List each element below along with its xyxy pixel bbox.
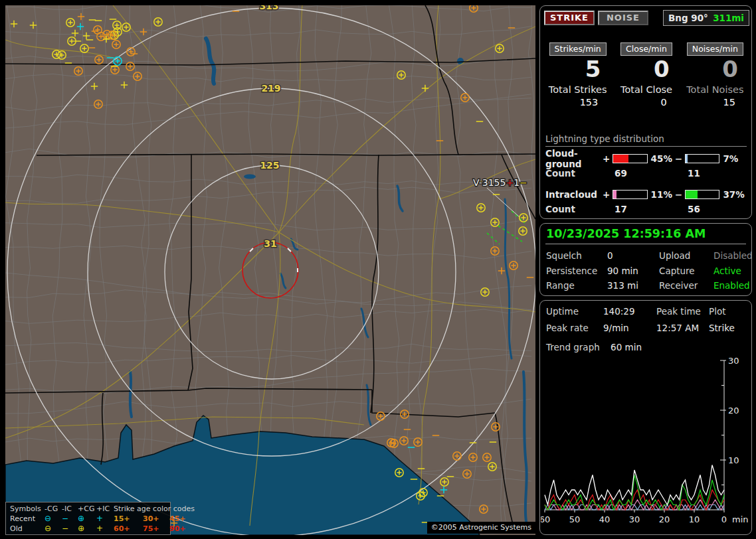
map-canvas[interactable]: 31321912531V-3155+1−	[5, 5, 535, 535]
ring-label: 31	[264, 238, 276, 249]
cg-positive-bar	[613, 154, 648, 163]
minus-sign: −	[674, 153, 682, 164]
storm-cell-label: V-3155+1−	[473, 177, 527, 188]
copyright-text: ©2005 Astrogenic Systems	[427, 522, 535, 534]
plus-icon: +	[96, 524, 114, 533]
squelch-label: Squelch	[546, 250, 607, 261]
circled-minus-icon: ⊖	[45, 514, 62, 523]
x-tick-label: 30	[629, 514, 640, 524]
age-code: 90+	[169, 524, 196, 533]
ic-negative-count: 56	[688, 204, 741, 216]
noises-per-min-chip: Noises/min	[687, 42, 743, 56]
minus-icon: −	[62, 524, 78, 533]
cloud-ground-counts: Count 69 11	[545, 168, 747, 180]
circled-plus-icon: ⊕	[78, 514, 96, 523]
strikes-per-min-chip: Strikes/min	[549, 42, 607, 56]
persistence-label: Persistence	[546, 266, 607, 276]
bearing-readout: Bng 90° 311mi	[663, 10, 749, 26]
minus-sign: −	[674, 189, 682, 200]
distribution-title: Lightning type distribution	[545, 133, 747, 147]
x-tick-label: 20	[659, 514, 670, 524]
ic-negative-bar	[685, 190, 720, 199]
minus-icon: −	[62, 514, 78, 523]
legend-col-nic: -IC	[62, 504, 78, 513]
age-code: 30+	[143, 514, 169, 523]
persistence-value: 90 min	[607, 266, 659, 276]
divider	[545, 244, 746, 244]
ic-negative-pct: 37%	[721, 189, 747, 200]
plus-sign: +	[602, 189, 610, 200]
cg-positive-count: 69	[614, 168, 688, 180]
legend-col-ncg: -CG	[45, 504, 62, 513]
cg-negative-count: 11	[688, 168, 741, 180]
legend-age-title: Strike age color codes	[114, 504, 196, 513]
ic-positive-bar	[613, 190, 648, 199]
strikes-per-min-value: 5	[585, 56, 612, 82]
uptime-grid: Uptime 140:29 Peak time Plot Peak rate 9…	[546, 306, 748, 333]
age-code: 60+	[114, 524, 143, 533]
ring-label: 219	[261, 83, 280, 94]
trend-graph-window: 60 min	[611, 342, 642, 352]
cg-negative-pct: 7%	[721, 153, 747, 164]
receiver-label: Receiver	[659, 280, 713, 291]
noises-per-min-value: 0	[722, 56, 749, 82]
y-tick-label: 30	[728, 356, 739, 366]
lightning-map[interactable]: 31321912531V-3155+1− Symbols -CG -IC +CG…	[5, 5, 535, 535]
noises-column: Noises/min 0 Total Noises 15	[682, 42, 749, 108]
ring-label: 125	[260, 160, 279, 171]
y-tick-label: 20	[728, 406, 739, 416]
intracloud-row: Intracloud + 11% − 37%	[545, 188, 747, 201]
total-close-label: Total Close	[620, 84, 672, 95]
legend-row: Recent⊖−⊕+15+30+45+	[10, 514, 167, 524]
close-per-min-chip: Close/min	[620, 42, 672, 56]
total-strikes-label: Total Strikes	[549, 84, 607, 95]
bearing-range-value: 311mi	[713, 13, 744, 23]
plus-icon: +	[96, 514, 114, 523]
uptime-value: 140:29	[603, 306, 656, 317]
datetime-display: 10/23/2025 12:59:16 AM	[546, 227, 706, 240]
plot-value: Strike	[709, 323, 748, 333]
x-tick-label: 40	[599, 514, 611, 524]
legend-row: Old⊖−⊕+60+75+90+	[10, 524, 167, 534]
uptime-label: Uptime	[546, 306, 603, 317]
status-panel: 10/23/2025 12:59:16 AM Squelch 0 Upload …	[539, 223, 752, 296]
x-axis-unit: min	[732, 514, 749, 524]
total-noises-label: Total Noises	[686, 84, 743, 95]
status-grid: Squelch 0 Upload Disabled Persistence 90…	[546, 250, 748, 291]
cg-negative-bar	[685, 154, 720, 163]
range-value: 313 mi	[607, 280, 659, 291]
x-tick-label: 0	[721, 514, 727, 524]
intracloud-label: Intracloud	[545, 189, 602, 200]
x-tick-label: 50	[569, 514, 581, 524]
legend-col-pcg: +CG	[78, 504, 96, 513]
squelch-value: 0	[607, 250, 659, 261]
cloud-ground-row: Cloud-ground + 45% − 7%	[545, 152, 747, 165]
upload-value: Disabled	[713, 250, 753, 261]
peak-rate-label: Peak rate	[546, 323, 603, 333]
legend-row-label: Recent	[10, 514, 45, 523]
peak-time-value: 12:57 AM	[656, 323, 709, 333]
cg-positive-pct: 45%	[650, 153, 675, 164]
trend-graph-label: Trend graph	[546, 342, 600, 352]
plus-sign: +	[602, 153, 610, 164]
noise-button[interactable]: NOISE	[598, 11, 648, 25]
legend-row-label: Old	[10, 524, 45, 533]
circled-minus-icon: ⊖	[45, 524, 62, 533]
x-tick-label: 10	[689, 514, 700, 524]
trend-chart: 1020306050403020100min	[541, 355, 752, 532]
close-column: Close/min 0 Total Close 0	[613, 42, 680, 108]
legend-symbols-title: Symbols	[10, 504, 45, 513]
circled-plus-icon: ⊕	[78, 524, 96, 533]
trend-panel: Uptime 140:29 Peak time Plot Peak rate 9…	[539, 300, 752, 535]
upload-label: Upload	[659, 250, 713, 261]
close-per-min-value: 0	[654, 56, 680, 82]
stats-panel: STRIKE NOISE Bng 90° 311mi Strikes/min 5…	[539, 5, 752, 219]
capture-value: Active	[713, 266, 753, 276]
ic-positive-count: 17	[614, 204, 688, 216]
strike-button[interactable]: STRIKE	[544, 11, 595, 25]
x-tick-label: 60	[541, 514, 550, 524]
ic-positive-pct: 11%	[650, 189, 675, 200]
count-label: Count	[545, 168, 614, 180]
y-tick-label: 10	[728, 455, 739, 465]
cloud-ground-label: Cloud-ground	[545, 148, 602, 169]
